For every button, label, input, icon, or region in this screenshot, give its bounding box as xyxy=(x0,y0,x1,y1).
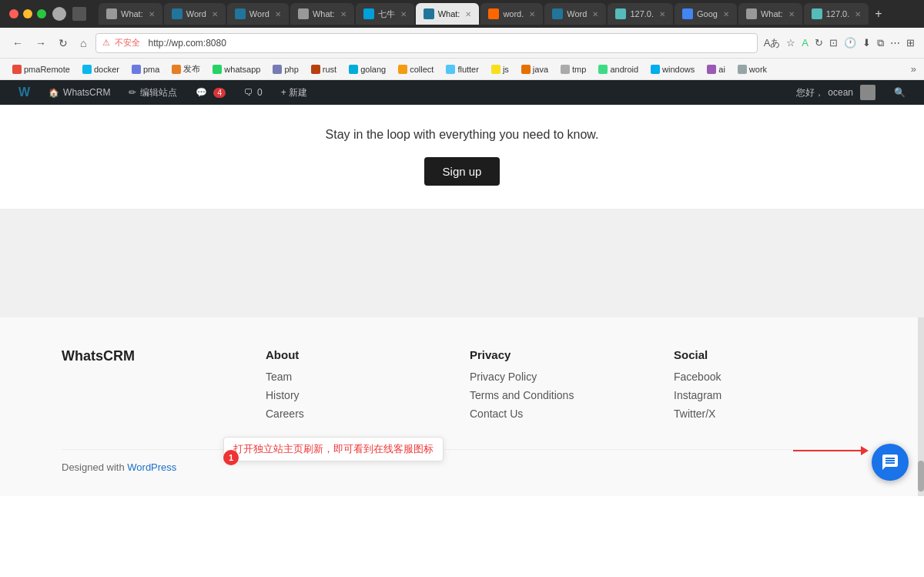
sync-button[interactable]: ↻ xyxy=(815,37,823,49)
wp-messages[interactable]: 🗨 0 xyxy=(235,80,272,105)
more-bookmarks[interactable]: » xyxy=(911,63,916,75)
tab-2[interactable]: Word ✕ xyxy=(164,3,226,25)
bookmark-icon xyxy=(491,65,500,74)
bookmark-docker[interactable]: docker xyxy=(78,63,124,75)
home-button[interactable]: ⌂ xyxy=(77,34,89,52)
tab-close[interactable]: ✕ xyxy=(529,10,535,18)
footer-link-contact[interactable]: Contact Us xyxy=(470,408,658,420)
bookmark-label: pma xyxy=(143,65,159,74)
refresh-button[interactable]: ↻ xyxy=(55,34,71,52)
minimize-button[interactable] xyxy=(23,9,32,18)
tab-label: What: xyxy=(313,9,335,18)
footer-social-col: Social Facebook Instagram Twitter/X xyxy=(674,348,862,426)
footer-link-twitter[interactable]: Twitter/X xyxy=(674,408,862,420)
cast-button[interactable]: ⊡ xyxy=(829,37,838,49)
bookmark-php[interactable]: php xyxy=(268,63,303,75)
tab-close[interactable]: ✕ xyxy=(340,10,346,18)
footer-wordpress-link[interactable]: WordPress xyxy=(127,461,176,473)
tab-close[interactable]: ✕ xyxy=(788,10,795,18)
extensions-button[interactable]: ⧉ xyxy=(877,37,884,49)
footer-link-facebook[interactable]: Facebook xyxy=(674,371,862,383)
tab-close[interactable]: ✕ xyxy=(723,10,729,18)
footer-link-instagram[interactable]: Instagram xyxy=(674,389,862,401)
tab-close[interactable]: ✕ xyxy=(659,10,665,18)
new-tab-button[interactable]: + xyxy=(870,7,886,21)
menu-button[interactable]: ⋯ xyxy=(890,37,900,49)
footer-link-team[interactable]: Team xyxy=(266,371,454,383)
footer-link-careers[interactable]: Careers xyxy=(266,408,454,420)
bookmark-whatsapp[interactable]: whatsapp xyxy=(208,63,265,75)
window-icon xyxy=(72,7,86,21)
tab-icon xyxy=(746,8,757,19)
wp-logo-icon: W xyxy=(18,86,30,99)
close-button[interactable] xyxy=(9,9,18,18)
tab-12[interactable]: 127.0. ✕ xyxy=(804,3,869,25)
wp-hello[interactable]: 您好， ocean xyxy=(787,80,885,105)
tab-10[interactable]: Goog ✕ xyxy=(675,3,737,25)
tab-11[interactable]: What: ✕ xyxy=(738,3,802,25)
translate-button[interactable]: Aあ xyxy=(764,36,781,50)
bookmark-tmp[interactable]: tmp xyxy=(556,63,591,75)
footer-link-privacy-policy[interactable]: Privacy Policy xyxy=(470,371,658,383)
bookmark-button[interactable]: ☆ xyxy=(786,37,795,49)
footer-link-history[interactable]: History xyxy=(266,389,454,401)
tab-close[interactable]: ✕ xyxy=(149,10,155,18)
tab-label: 127.0. xyxy=(630,9,654,18)
tab-1[interactable]: What: ✕ xyxy=(99,3,162,25)
maximize-button[interactable] xyxy=(37,9,46,18)
tab-7[interactable]: word. ✕ xyxy=(480,3,543,25)
bookmark-pma[interactable]: pma xyxy=(127,63,164,75)
footer-link-terms[interactable]: Terms and Conditions xyxy=(470,389,658,401)
tab-5[interactable]: 七牛 ✕ xyxy=(356,3,414,25)
comments-badge: 4 xyxy=(213,88,226,98)
tab-close[interactable]: ✕ xyxy=(400,10,407,18)
signup-button[interactable]: Sign up xyxy=(424,157,500,186)
bookmark-flutter[interactable]: flutter xyxy=(441,63,484,75)
bookmark-golang[interactable]: golang xyxy=(344,63,390,75)
download-button[interactable]: ⬇ xyxy=(862,37,871,49)
tab-icon xyxy=(235,8,246,19)
bookmark-rust[interactable]: rust xyxy=(306,63,341,75)
bookmark-ai[interactable]: ai xyxy=(702,63,730,75)
tab-8[interactable]: Word ✕ xyxy=(544,3,606,25)
wp-search-btn[interactable]: 🔍 xyxy=(885,80,915,105)
tab-label: What: xyxy=(121,9,143,18)
profile-button[interactable]: A xyxy=(802,37,808,49)
sidebar-button[interactable]: ⊞ xyxy=(906,37,915,49)
bookmark-icon xyxy=(446,65,455,74)
footer-about-col: About Team History Careers xyxy=(266,348,454,426)
wp-comments[interactable]: 💬 4 xyxy=(186,80,235,105)
tab-4[interactable]: What: ✕ xyxy=(290,3,354,25)
bookmark-windows[interactable]: windows xyxy=(646,63,699,75)
tab-close[interactable]: ✕ xyxy=(275,10,281,18)
address-bar[interactable]: ⚠ 不安全 http://wp.com:8080 xyxy=(95,33,757,53)
bookmark-collect[interactable]: collect xyxy=(393,63,438,75)
bookmark-android[interactable]: android xyxy=(594,63,643,75)
tab-9[interactable]: 127.0. ✕ xyxy=(608,3,673,25)
wp-edit-site[interactable]: ✏ 编辑站点 xyxy=(119,80,186,105)
chat-bubble-button[interactable] xyxy=(872,444,909,481)
scrollbar[interactable] xyxy=(918,317,924,496)
tab-close[interactable]: ✕ xyxy=(465,10,471,18)
wp-new[interactable]: + 新建 xyxy=(272,80,316,105)
bookmark-java[interactable]: java xyxy=(517,63,553,75)
tab-3[interactable]: Word ✕ xyxy=(227,3,289,25)
tab-6-active[interactable]: What: ✕ xyxy=(416,3,480,25)
tab-close[interactable]: ✕ xyxy=(212,10,218,18)
bookmark-icon xyxy=(213,65,222,74)
bookmark-publish[interactable]: 发布 xyxy=(167,62,205,76)
footer-brand: WhatsCRM xyxy=(62,348,250,364)
tab-close[interactable]: ✕ xyxy=(855,10,861,18)
tab-close[interactable]: ✕ xyxy=(592,10,598,18)
bookmark-pmareomte[interactable]: pmaRemote xyxy=(8,63,75,75)
wp-logo-button[interactable]: W xyxy=(9,80,39,105)
forward-button[interactable]: → xyxy=(32,34,49,52)
bookmark-js[interactable]: js xyxy=(487,63,514,75)
wp-site-name[interactable]: 🏠 WhatsCRM xyxy=(39,80,119,105)
bookmark-work[interactable]: work xyxy=(733,63,772,75)
hello-label: 您好， xyxy=(796,86,824,99)
bookmark-label: java xyxy=(533,65,548,74)
history-button[interactable]: 🕐 xyxy=(844,37,856,49)
back-button[interactable]: ← xyxy=(9,34,26,52)
messages-icon: 🗨 xyxy=(244,87,253,98)
